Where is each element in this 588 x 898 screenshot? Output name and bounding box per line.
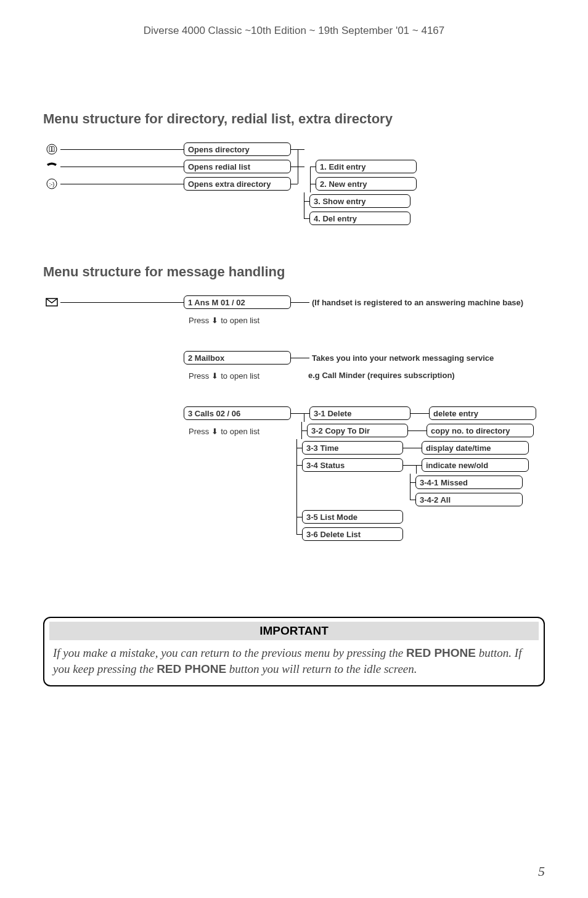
section-title-directory: Menu structure for directory, redial lis…: [43, 111, 545, 127]
copy-box: 3-2 Copy To Dir: [307, 424, 408, 437]
down-arrow-icon: ⬇: [211, 316, 218, 325]
svg-text::-): :-): [49, 181, 55, 187]
down-arrow-icon: ⬇: [211, 371, 218, 381]
opt-del-entry: 4. Del entry: [309, 212, 410, 225]
copy-dir-box: copy no. to directory: [427, 424, 534, 437]
mailbox-note1: Takes you into your network messaging se…: [309, 353, 494, 363]
doc-header: Diverse 4000 Classic ~10th Edition ~ 19t…: [43, 25, 545, 37]
delete-box: 3-1 Delete: [309, 406, 410, 420]
mailbox-note2: e.g Call Minder (requires subscription): [306, 371, 455, 380]
press-open-3: Press ⬇ to open list: [184, 427, 296, 436]
section-title-message: Menu structure for message handling: [43, 264, 545, 280]
redial-icon: [43, 162, 60, 171]
date-time-box: display date/time: [422, 441, 529, 455]
missed-box: 3-4-1 Missed: [415, 476, 523, 489]
status-box: 3-4 Status: [302, 458, 403, 472]
directory-tree: Opens directory Opens redial list 1. Edi…: [43, 141, 545, 227]
opens-extra-dir-box: Opens extra directory: [184, 177, 291, 191]
opens-directory-box: Opens directory: [184, 142, 291, 156]
calls-box: 3 Calls 02 / 06: [184, 406, 291, 420]
book-icon: [43, 144, 60, 155]
indicate-box: indicate new/old: [422, 458, 529, 472]
press-open-2: Press ⬇ to open list: [184, 371, 306, 381]
important-box: IMPORTANT If you make a mistake, you can…: [43, 617, 545, 686]
message-tree: 1 Ans M 01 / 02 (If handset is registere…: [43, 294, 545, 543]
list-mode-box: 3-5 List Mode: [302, 510, 403, 524]
ans-note: (If handset is registered to an answerin…: [309, 298, 523, 307]
all-box: 3-4-2 All: [415, 493, 523, 506]
delete-list-box: 3-6 Delete List: [302, 527, 403, 541]
page-number: 5: [538, 863, 545, 879]
press-open-1: Press ⬇ to open list: [184, 316, 259, 325]
important-body: If you make a mistake, you can return to…: [44, 640, 544, 685]
opt-edit-entry: 1. Edit entry: [316, 160, 417, 173]
mailbox-box: 2 Mailbox: [184, 351, 291, 365]
down-arrow-icon: ⬇: [211, 427, 218, 436]
extra-dir-icon: :-): [43, 178, 60, 189]
delete-entry-box: delete entry: [429, 406, 536, 420]
time-box: 3-3 Time: [302, 441, 403, 455]
opens-redial-box: Opens redial list: [184, 160, 291, 173]
envelope-icon: [43, 298, 60, 307]
opt-show-entry: 3. Show entry: [309, 194, 410, 208]
important-title: IMPORTANT: [49, 622, 539, 640]
ans-box: 1 Ans M 01 / 02: [184, 295, 291, 309]
opt-new-entry: 2. New entry: [316, 177, 417, 191]
